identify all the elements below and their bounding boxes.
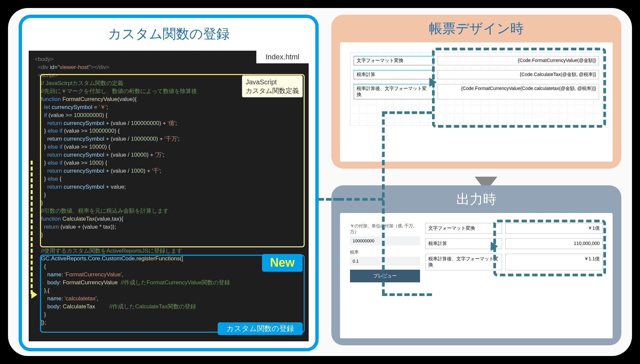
output-label: 文字フォーマット変換 xyxy=(425,223,502,234)
flow-dash xyxy=(31,161,33,294)
design-expr: {Code.FormatCurrencyValue(@金額)} xyxy=(438,56,599,65)
flow-arrow-icon xyxy=(31,291,37,299)
param-value: 100000000 xyxy=(350,236,420,245)
connector xyxy=(319,198,339,201)
diagram-canvas: カスタム関数の登録 Index.html <body> <div id="vie… xyxy=(8,8,632,356)
output-row: 文字フォーマット変換￥1億 xyxy=(425,223,603,234)
connector xyxy=(382,111,385,295)
param-value: 0.1 xyxy=(350,257,420,266)
design-row: 税率計算後、文字フォーマット変換{Code.FormatCurrencyValu… xyxy=(354,84,599,99)
output-value: 110,000,000 xyxy=(505,238,603,249)
panel-title: 帳票デザイン時 xyxy=(331,19,621,38)
preview-button[interactable]: プレビュー xyxy=(350,270,420,282)
param-label: ￥の付加、単位の付加（億, 千万, 万） xyxy=(350,223,420,235)
connector xyxy=(339,198,383,201)
param-label: 税率 xyxy=(350,249,420,255)
design-expr: {Code.CalculateTax(@金額, @税率)} xyxy=(438,70,599,79)
design-expr: {Code.FormatCurrencyValue(Code.calculate… xyxy=(438,84,599,99)
output-value: ￥1億 xyxy=(505,223,603,234)
callout-js-definition: JavaScript カスタム関数定義 xyxy=(242,75,303,97)
callout-new-badge: New xyxy=(262,254,303,272)
connector xyxy=(382,293,432,296)
design-label: 税率計算 xyxy=(354,70,434,79)
design-row: 税率計算{Code.CalculateTax(@金額, @税率)} xyxy=(354,70,599,79)
design-label: 文字フォーマット変換 xyxy=(354,56,434,65)
report-designer-grid: 文字フォーマット変換{Code.FormatCurrencyValue(@金額)… xyxy=(350,52,603,126)
connector xyxy=(382,111,432,114)
callout-register: カスタム関数の登録 xyxy=(218,322,303,335)
panel-title: カスタム関数の登録 xyxy=(22,25,315,43)
output-label: 税率計算後、文字フォーマット変換 xyxy=(425,254,502,270)
design-label: 税率計算後、文字フォーマット変換 xyxy=(354,84,434,99)
output-sidebar: ￥の付加、単位の付加（億, 千万, 万） 100000000 税率 0.1 プレ… xyxy=(350,223,420,282)
panel-output: 出力時 ￥の付加、単位の付加（億, 千万, 万） 100000000 税率 0.… xyxy=(331,185,621,345)
output-row: 税率計算110,000,000 xyxy=(425,238,603,249)
panel-design-time: 帳票デザイン時 文字フォーマット変換{Code.FormatCurrencyVa… xyxy=(331,15,621,169)
code-editor: Index.html <body> <div id="viewer-host">… xyxy=(29,51,309,341)
output-value: ￥1.1億 xyxy=(505,254,603,270)
design-row: 文字フォーマット変換{Code.FormatCurrencyValue(@金額)… xyxy=(354,56,599,65)
output-row: 税率計算後、文字フォーマット変換￥1.1億 xyxy=(425,254,603,270)
output-inner: ￥の付加、単位の付加（億, 千万, 万） 100000000 税率 0.1 プレ… xyxy=(340,213,613,338)
panel-custom-fn-register: カスタム関数の登録 Index.html <body> <div id="vie… xyxy=(19,15,319,351)
file-tab: Index.html xyxy=(256,51,309,63)
output-report: 文字フォーマット変換￥1億 税率計算110,000,000 税率計算後、文字フォ… xyxy=(425,223,603,270)
arrow-right-icon xyxy=(491,242,498,251)
design-inner: 文字フォーマット変換{Code.FormatCurrencyValue(@金額)… xyxy=(340,42,613,162)
arrow-right-icon xyxy=(429,78,437,87)
